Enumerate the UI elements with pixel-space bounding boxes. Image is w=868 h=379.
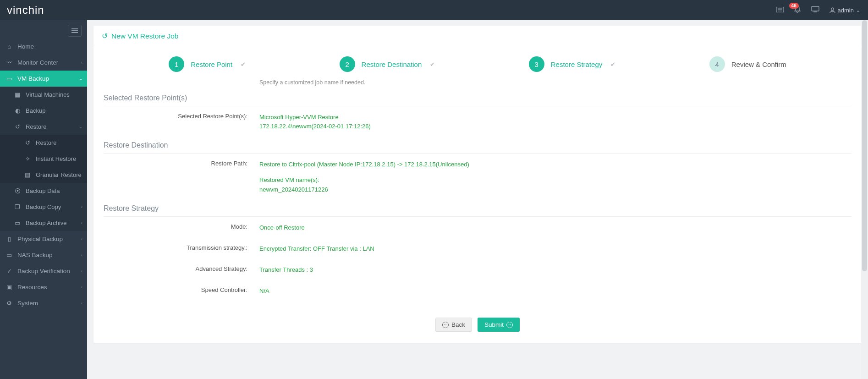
user-icon xyxy=(830,7,835,13)
svg-rect-4 xyxy=(812,6,819,11)
notification-badge: 46 xyxy=(789,3,799,9)
chevron-down-icon: ⌄ xyxy=(856,8,860,13)
screen-icon[interactable] xyxy=(811,6,819,14)
topbar: vinchin 46 admin ⌄ xyxy=(0,0,868,20)
user-name: admin xyxy=(838,7,854,14)
svg-point-6 xyxy=(831,8,834,11)
notification-bell-icon[interactable]: 46 xyxy=(794,5,801,15)
activity-icon[interactable] xyxy=(776,6,784,14)
user-menu[interactable]: admin ⌄ xyxy=(830,7,860,14)
brand-logo[interactable]: vinchin xyxy=(7,4,44,16)
